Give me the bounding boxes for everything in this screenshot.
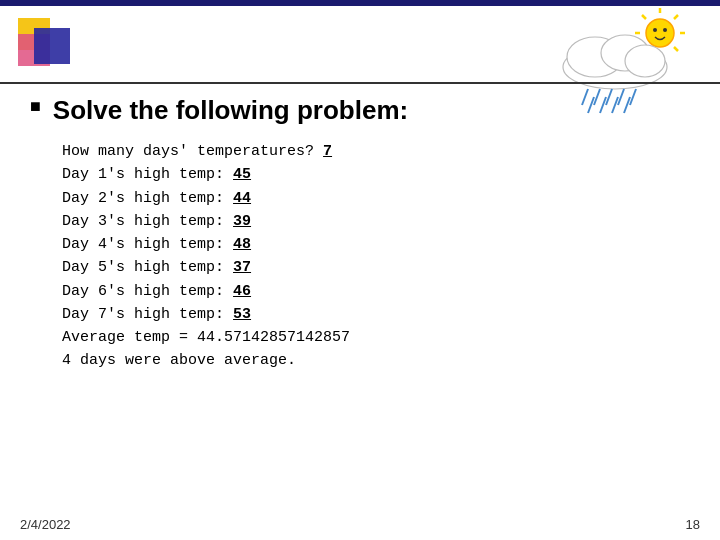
decorative-squares	[18, 18, 78, 78]
footer-date: 2/4/2022	[20, 517, 71, 532]
bullet-icon: ■	[30, 97, 41, 117]
page-title: Solve the following problem:	[53, 95, 408, 126]
day1-val: 45	[233, 166, 251, 183]
heading-row: ■ Solve the following problem:	[30, 95, 710, 126]
above-average-line: 4 days were above average.	[62, 349, 710, 372]
day5-line: Day 5's high temp: 37	[62, 256, 710, 279]
day7-line: Day 7's high temp: 53	[62, 303, 710, 326]
svg-point-0	[646, 19, 674, 47]
svg-line-5	[642, 15, 646, 19]
day6-line: Day 6's high temp: 46	[62, 280, 710, 303]
footer-page: 18	[686, 517, 700, 532]
svg-point-14	[625, 45, 665, 77]
day4-val: 48	[233, 236, 251, 253]
blue-square	[34, 28, 70, 64]
average-line: Average temp = 44.57142857142857	[62, 326, 710, 349]
days-count: 7	[323, 143, 332, 160]
day3-val: 39	[233, 213, 251, 230]
content-block: How many days' temperatures? 7 Day 1's h…	[62, 140, 710, 373]
how-many-line: How many days' temperatures? 7	[62, 140, 710, 163]
day5-val: 37	[233, 259, 251, 276]
svg-line-8	[674, 47, 678, 51]
svg-line-6	[674, 15, 678, 19]
day2-val: 44	[233, 190, 251, 207]
day1-line: Day 1's high temp: 45	[62, 163, 710, 186]
main-section: ■ Solve the following problem: How many …	[30, 95, 710, 373]
svg-point-9	[653, 28, 657, 32]
day2-line: Day 2's high temp: 44	[62, 187, 710, 210]
day7-val: 53	[233, 306, 251, 323]
day4-line: Day 4's high temp: 48	[62, 233, 710, 256]
day6-val: 46	[233, 283, 251, 300]
horizontal-rule	[0, 82, 720, 84]
footer: 2/4/2022 18	[20, 517, 700, 532]
svg-point-10	[663, 28, 667, 32]
day3-line: Day 3's high temp: 39	[62, 210, 710, 233]
